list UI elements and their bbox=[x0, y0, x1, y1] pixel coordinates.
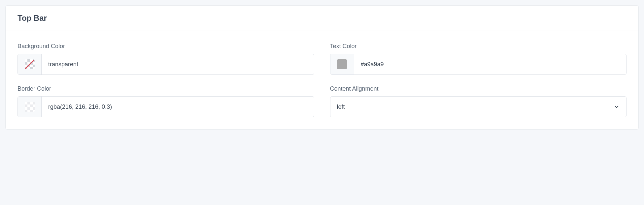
background-color-field: Background Color bbox=[17, 43, 314, 75]
border-color-input-group bbox=[17, 96, 314, 117]
chevron-down-icon bbox=[614, 104, 620, 110]
svg-line-0 bbox=[25, 60, 34, 69]
content-alignment-value: left bbox=[337, 103, 614, 110]
background-color-label: Background Color bbox=[17, 43, 314, 50]
border-color-field: Border Color bbox=[17, 85, 314, 117]
panel-body: Background Color Text Color bbox=[6, 31, 638, 129]
content-alignment-select[interactable]: left bbox=[330, 96, 627, 117]
border-color-label: Border Color bbox=[17, 85, 314, 92]
color-swatch-icon bbox=[337, 59, 347, 69]
text-color-input-group bbox=[330, 54, 627, 75]
text-color-swatch-button[interactable] bbox=[330, 54, 354, 74]
background-color-input-group bbox=[17, 54, 314, 75]
content-alignment-label: Content Alignment bbox=[330, 85, 627, 92]
content-alignment-field: Content Alignment left bbox=[330, 85, 627, 117]
panel-title: Top Bar bbox=[17, 14, 627, 23]
text-color-field: Text Color bbox=[330, 43, 627, 75]
border-color-input[interactable] bbox=[42, 97, 314, 117]
semi-transparent-swatch-icon bbox=[25, 102, 35, 112]
text-color-input[interactable] bbox=[354, 54, 627, 74]
background-color-input[interactable] bbox=[42, 54, 314, 74]
panel-header: Top Bar bbox=[6, 6, 638, 31]
transparent-swatch-icon bbox=[25, 59, 35, 69]
top-bar-panel: Top Bar Background Color Text Color bbox=[5, 5, 639, 130]
background-color-swatch-button[interactable] bbox=[18, 54, 42, 74]
text-color-label: Text Color bbox=[330, 43, 627, 50]
border-color-swatch-button[interactable] bbox=[18, 97, 42, 117]
